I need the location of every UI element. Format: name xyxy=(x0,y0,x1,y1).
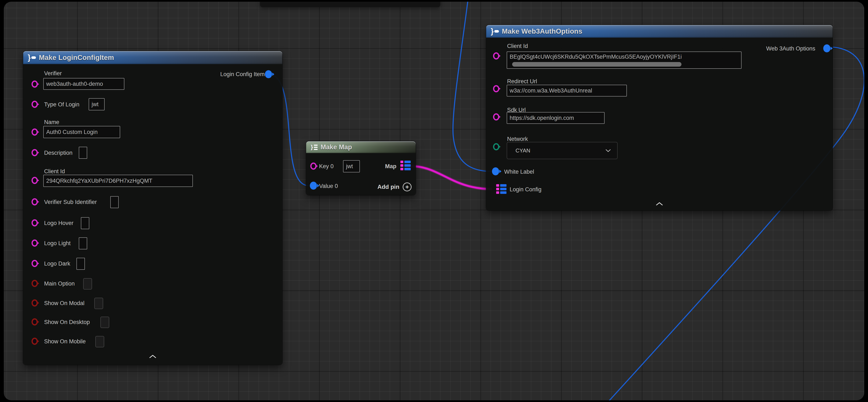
node-header-make-web3authoptions[interactable]: } Make Web3AuthOptions xyxy=(486,25,833,38)
name-value: Auth0 Custom Login xyxy=(46,129,98,135)
wire-map-to-loginconfig-glow xyxy=(410,166,492,189)
node-header-make-loginconfigitem[interactable]: } Make LoginConfigItem xyxy=(23,51,282,64)
output-pin-web3auth-options[interactable] xyxy=(823,45,830,52)
input-pin-key-0[interactable] xyxy=(310,163,317,170)
logo-dark-field[interactable] xyxy=(76,258,85,270)
client-id-field[interactable]: 294QRkchfq2YaXUbPri7D6PH7xzHgQMT xyxy=(43,175,193,187)
pin-label: Show On Mobile xyxy=(44,338,86,345)
type-of-login-value: jwt xyxy=(92,101,98,108)
input-pin-description[interactable] xyxy=(32,149,38,156)
show-on-modal-checkbox[interactable] xyxy=(94,298,103,309)
node-make-web3authoptions[interactable]: } Make Web3AuthOptions Client Id BEglQSg… xyxy=(486,25,833,210)
input-pin-redirect-url[interactable] xyxy=(493,85,499,92)
pin-label: Type Of Login xyxy=(44,101,80,108)
make-struct-icon: } xyxy=(28,54,36,61)
pin-label: Main Option xyxy=(44,280,75,287)
pin-label: Show On Desktop xyxy=(44,319,90,325)
make-struct-icon: } xyxy=(491,28,499,35)
pin-label: Logo Hover xyxy=(44,220,73,226)
pin-label: Network xyxy=(507,136,528,142)
client-id-scrollbar[interactable] xyxy=(512,62,681,67)
sdk-url-field[interactable]: https://sdk.openlogin.com xyxy=(507,112,604,124)
output-pin-map[interactable] xyxy=(400,161,411,170)
pin-label: Verifier xyxy=(44,70,62,77)
input-pin-main-option[interactable] xyxy=(32,280,38,287)
logo-light-field[interactable] xyxy=(79,237,87,249)
pin-label: Key 0 xyxy=(319,163,334,170)
description-field[interactable] xyxy=(79,147,87,159)
name-field[interactable]: Auth0 Custom Login xyxy=(43,126,120,138)
output-pin-login-config-item[interactable] xyxy=(265,70,272,78)
input-pin-value-0[interactable] xyxy=(310,182,317,190)
node-title: Make Map xyxy=(320,143,352,151)
key-0-field[interactable]: jwt xyxy=(343,160,360,172)
add-pin-button[interactable]: Add pin + xyxy=(377,182,411,191)
pin-label: Login Config xyxy=(509,186,541,193)
client-id-value: 294QRkchfq2YaXUbPri7D6PH7xzHgQMT xyxy=(46,178,152,184)
output-pin-label: Map xyxy=(385,163,396,170)
input-pin-network[interactable] xyxy=(493,143,499,150)
collapse-node-button[interactable] xyxy=(149,355,156,359)
verifier-field[interactable]: web3auth-auth0-demo xyxy=(43,78,124,90)
main-option-checkbox[interactable] xyxy=(83,278,92,289)
input-pin-logo-light[interactable] xyxy=(32,239,38,247)
input-pin-verifier-sub-identifier[interactable] xyxy=(32,198,38,205)
node-make-loginconfigitem[interactable]: } Make LoginConfigItem Login Config Item… xyxy=(23,51,282,365)
input-pin-show-on-modal[interactable] xyxy=(32,299,38,307)
chevron-up-icon xyxy=(149,355,156,358)
make-map-icon: } xyxy=(311,143,318,151)
verifier-sub-identifier-field[interactable] xyxy=(110,196,119,208)
blueprint-editor: } Make LoginConfigItem Login Config Item… xyxy=(0,0,868,402)
input-pin-client-id[interactable] xyxy=(32,177,38,184)
add-pin-plus-icon: + xyxy=(403,182,411,191)
input-pin-logo-dark[interactable] xyxy=(32,260,38,267)
node-title: Make LoginConfigItem xyxy=(39,54,114,62)
input-pin-client-id[interactable] xyxy=(493,52,499,59)
node-header-make-map[interactable]: } Make Map xyxy=(306,141,416,153)
pin-label: Logo Light xyxy=(44,240,70,247)
pin-label: Client Id xyxy=(507,43,528,50)
input-pin-show-on-desktop[interactable] xyxy=(32,318,38,325)
node-title: Make Web3AuthOptions xyxy=(502,27,582,35)
input-pin-white-label[interactable] xyxy=(492,167,499,175)
graph-canvas[interactable]: } Make LoginConfigItem Login Config Item… xyxy=(4,2,864,400)
logo-hover-field[interactable] xyxy=(81,217,89,229)
chevron-down-icon xyxy=(606,149,611,152)
verifier-value: web3auth-auth0-demo xyxy=(46,81,103,87)
pin-label: White Label xyxy=(504,168,534,175)
show-on-mobile-checkbox[interactable] xyxy=(95,336,104,347)
output-pin-label: Login Config Item xyxy=(220,71,265,78)
wire-top-to-whitelabel[interactable] xyxy=(453,2,492,171)
redirect-url-value: w3a://com.w3a.Web3AuthUnreal xyxy=(509,87,592,94)
collapse-node-button[interactable] xyxy=(656,202,663,207)
client-id-field[interactable]: BEglQSgt4cUWcj6SKRdu5QkOXTsePmMcusG5EAoy… xyxy=(507,52,742,69)
chevron-up-icon xyxy=(656,202,663,206)
pin-label: Value 0 xyxy=(319,183,338,190)
node-make-map[interactable]: } Make Map Key 0 jwt Map Value 0 Add pin… xyxy=(306,141,416,195)
input-pin-logo-hover[interactable] xyxy=(32,219,38,226)
add-pin-label: Add pin xyxy=(377,183,399,190)
input-pin-verifier[interactable] xyxy=(32,81,38,88)
show-on-desktop-checkbox[interactable] xyxy=(100,317,109,328)
input-pin-sdk-url[interactable] xyxy=(493,113,499,120)
offscreen-node-bottom-edge[interactable] xyxy=(260,2,440,7)
pin-label: Logo Dark xyxy=(44,260,70,267)
pin-label: Verifier Sub Identifier xyxy=(44,199,97,205)
pin-label: Client Id xyxy=(44,168,65,175)
pin-label: Show On Modal xyxy=(44,300,85,307)
network-dropdown[interactable]: CYAN xyxy=(507,142,618,159)
pin-label: Description xyxy=(44,149,72,156)
input-pin-show-on-mobile[interactable] xyxy=(32,338,38,345)
pin-label: Redirect Url xyxy=(507,78,537,85)
input-pin-type-of-login[interactable] xyxy=(32,101,38,108)
input-pin-name[interactable] xyxy=(32,128,38,136)
input-pin-login-config[interactable] xyxy=(496,184,506,194)
type-of-login-field[interactable]: jwt xyxy=(89,98,104,110)
client-id-value: BEglQSgt4cUWcj6SKRdu5QkOXTsePmMcusG5EAoy… xyxy=(509,54,682,60)
sdk-url-value: https://sdk.openlogin.com xyxy=(509,115,574,121)
key-0-value: jwt xyxy=(346,163,353,170)
network-selected-value: CYAN xyxy=(516,147,530,154)
output-pin-label: Web 3Auth Options xyxy=(766,45,815,52)
redirect-url-field[interactable]: w3a://com.w3a.Web3AuthUnreal xyxy=(507,85,627,96)
wire-map-to-loginconfig[interactable] xyxy=(410,166,492,189)
